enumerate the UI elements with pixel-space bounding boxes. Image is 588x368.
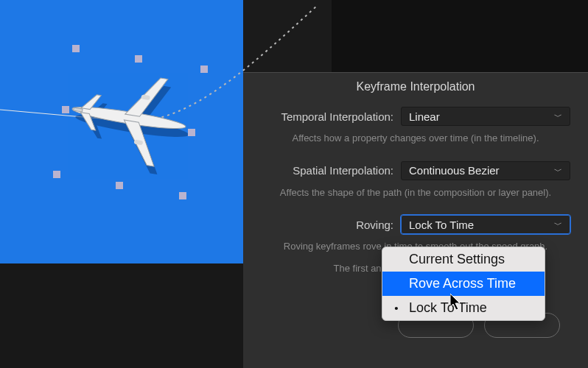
chevron-down-icon: ﹀	[554, 219, 562, 230]
roving-select[interactable]: Lock To Time ﹀	[401, 215, 570, 234]
chevron-down-icon: ﹀	[554, 111, 562, 122]
roving-dropdown-menu: Current Settings Rove Across Time • Lock…	[382, 247, 545, 321]
roving-option-rove-across-time[interactable]: Rove Across Time	[382, 272, 545, 296]
transform-handle[interactable]	[179, 192, 186, 199]
spatial-interpolation-select[interactable]: Continuous Bezier ﹀	[401, 161, 570, 180]
temporal-label: Temporal Interpolation:	[261, 110, 393, 123]
spatial-hint: Affects the shape of the path (in the co…	[243, 182, 588, 214]
layer-solid[interactable]	[0, 0, 243, 263]
transform-handle[interactable]	[188, 129, 195, 136]
roving-label: Roving:	[261, 219, 393, 231]
transform-handle[interactable]	[72, 45, 80, 52]
chevron-down-icon: ﹀	[554, 165, 562, 176]
roving-value: Lock To Time	[409, 219, 474, 231]
transform-handle[interactable]	[53, 171, 60, 178]
spatial-value: Continuous Bezier	[409, 164, 500, 177]
temporal-value: Linear	[409, 110, 440, 123]
transform-handle[interactable]	[62, 106, 69, 113]
transform-handle[interactable]	[135, 55, 142, 63]
dropdown-item-label: Current Settings	[409, 252, 505, 267]
dialog-title: Keyframe Interpolation	[243, 73, 588, 105]
spatial-label: Spatial Interpolation:	[261, 164, 393, 177]
transform-handle[interactable]	[116, 182, 123, 189]
transform-handle[interactable]	[200, 66, 208, 73]
dropdown-item-label: Rove Across Time	[409, 276, 516, 291]
roving-option-current-settings[interactable]: Current Settings	[382, 247, 545, 272]
temporal-hint: Affects how a property changes over time…	[243, 127, 588, 160]
checkmark-icon: •	[390, 302, 403, 314]
temporal-interpolation-select[interactable]: Linear ﹀	[401, 107, 570, 126]
roving-option-lock-to-time[interactable]: • Lock To Time	[382, 296, 545, 320]
dropdown-item-label: Lock To Time	[409, 300, 487, 316]
